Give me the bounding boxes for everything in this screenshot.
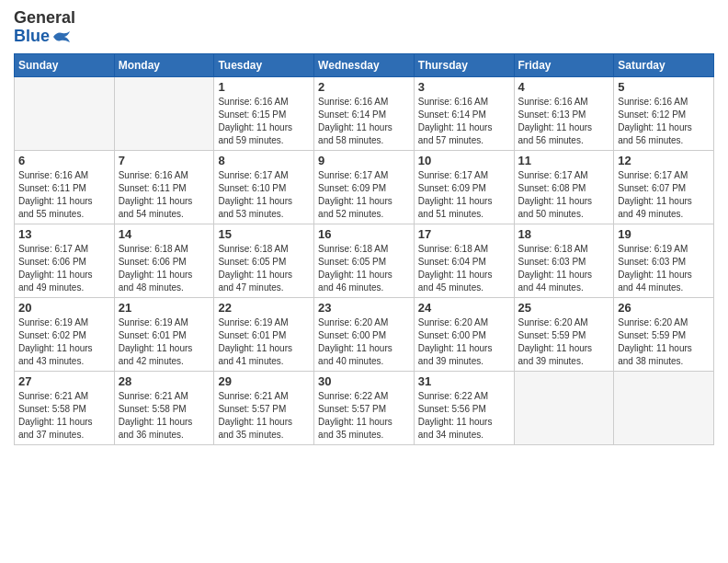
page-header: General Blue: [14, 9, 714, 46]
day-number: 9: [318, 154, 410, 167]
day-number: 18: [518, 227, 610, 241]
header-day-sunday: Sunday: [15, 53, 115, 76]
day-info: Sunrise: 6:17 AMSunset: 6:08 PMDaylight:…: [518, 169, 610, 221]
day-number: 16: [318, 227, 410, 241]
day-info: Sunrise: 6:19 AMSunset: 6:02 PMDaylight:…: [18, 316, 110, 368]
day-info: Sunrise: 6:18 AMSunset: 6:06 PMDaylight:…: [119, 243, 210, 294]
day-number: 19: [618, 227, 710, 241]
day-number: 11: [518, 154, 610, 167]
calendar-cell: 28Sunrise: 6:21 AMSunset: 5:58 PMDayligh…: [114, 371, 214, 444]
logo: General Blue: [14, 9, 75, 46]
calendar-cell: 12Sunrise: 6:17 AMSunset: 6:07 PMDayligh…: [614, 150, 714, 224]
calendar-cell: 24Sunrise: 6:20 AMSunset: 6:00 PMDayligh…: [414, 297, 514, 371]
logo-blue-text: Blue: [14, 28, 50, 46]
calendar-cell: 11Sunrise: 6:17 AMSunset: 6:08 PMDayligh…: [514, 150, 614, 224]
day-number: 4: [518, 80, 610, 94]
day-info: Sunrise: 6:16 AMSunset: 6:11 PMDaylight:…: [119, 169, 210, 221]
calendar-cell: 15Sunrise: 6:18 AMSunset: 6:05 PMDayligh…: [214, 224, 314, 297]
day-number: 14: [119, 227, 210, 241]
calendar-cell: 26Sunrise: 6:20 AMSunset: 5:59 PMDayligh…: [614, 297, 714, 371]
day-info: Sunrise: 6:17 AMSunset: 6:09 PMDaylight:…: [318, 169, 410, 221]
header-day-friday: Friday: [514, 53, 614, 76]
calendar-cell: [114, 76, 214, 150]
calendar-cell: 2Sunrise: 6:16 AMSunset: 6:14 PMDaylight…: [314, 76, 415, 150]
day-number: 5: [618, 80, 710, 94]
day-number: 30: [318, 374, 410, 388]
calendar-cell: [514, 371, 614, 444]
calendar-header-row: SundayMondayTuesdayWednesdayThursdayFrid…: [15, 53, 714, 76]
calendar-table: SundayMondayTuesdayWednesdayThursdayFrid…: [14, 53, 714, 445]
calendar-cell: 25Sunrise: 6:20 AMSunset: 5:59 PMDayligh…: [514, 297, 614, 371]
day-info: Sunrise: 6:16 AMSunset: 6:14 PMDaylight:…: [318, 96, 410, 147]
day-info: Sunrise: 6:17 AMSunset: 6:10 PMDaylight:…: [218, 169, 310, 221]
day-number: 2: [318, 80, 410, 94]
calendar-cell: 19Sunrise: 6:19 AMSunset: 6:03 PMDayligh…: [614, 224, 714, 297]
calendar-cell: 3Sunrise: 6:16 AMSunset: 6:14 PMDaylight…: [414, 76, 514, 150]
week-row-1: 1Sunrise: 6:16 AMSunset: 6:15 PMDaylight…: [15, 76, 714, 150]
header-day-wednesday: Wednesday: [314, 53, 415, 76]
calendar-cell: 5Sunrise: 6:16 AMSunset: 6:12 PMDaylight…: [614, 76, 714, 150]
day-number: 8: [218, 154, 310, 167]
week-row-4: 20Sunrise: 6:19 AMSunset: 6:02 PMDayligh…: [15, 297, 714, 371]
day-number: 17: [418, 227, 510, 241]
calendar-cell: 16Sunrise: 6:18 AMSunset: 6:05 PMDayligh…: [314, 224, 415, 297]
calendar-cell: 4Sunrise: 6:16 AMSunset: 6:13 PMDaylight…: [514, 76, 614, 150]
day-number: 15: [218, 227, 310, 241]
day-number: 6: [18, 154, 110, 167]
calendar-cell: 13Sunrise: 6:17 AMSunset: 6:06 PMDayligh…: [15, 224, 115, 297]
day-info: Sunrise: 6:18 AMSunset: 6:05 PMDaylight:…: [218, 243, 310, 294]
calendar-cell: 30Sunrise: 6:22 AMSunset: 5:57 PMDayligh…: [314, 371, 415, 444]
day-info: Sunrise: 6:21 AMSunset: 5:58 PMDaylight:…: [119, 390, 210, 442]
day-number: 31: [418, 374, 510, 388]
calendar-cell: 20Sunrise: 6:19 AMSunset: 6:02 PMDayligh…: [15, 297, 115, 371]
day-number: 12: [618, 154, 710, 167]
day-info: Sunrise: 6:21 AMSunset: 5:58 PMDaylight:…: [18, 390, 110, 442]
day-number: 24: [418, 301, 510, 315]
day-number: 21: [119, 301, 210, 315]
day-info: Sunrise: 6:16 AMSunset: 6:11 PMDaylight:…: [18, 169, 110, 221]
day-info: Sunrise: 6:20 AMSunset: 6:00 PMDaylight:…: [418, 316, 510, 368]
day-info: Sunrise: 6:16 AMSunset: 6:14 PMDaylight:…: [418, 96, 510, 147]
day-info: Sunrise: 6:20 AMSunset: 5:59 PMDaylight:…: [518, 316, 610, 368]
calendar-cell: 29Sunrise: 6:21 AMSunset: 5:57 PMDayligh…: [214, 371, 314, 444]
day-info: Sunrise: 6:18 AMSunset: 6:05 PMDaylight:…: [318, 243, 410, 294]
calendar-cell: 31Sunrise: 6:22 AMSunset: 5:56 PMDayligh…: [414, 371, 514, 444]
calendar-cell: 10Sunrise: 6:17 AMSunset: 6:09 PMDayligh…: [414, 150, 514, 224]
calendar-cell: 9Sunrise: 6:17 AMSunset: 6:09 PMDaylight…: [314, 150, 415, 224]
header-day-saturday: Saturday: [614, 53, 714, 76]
calendar-cell: 14Sunrise: 6:18 AMSunset: 6:06 PMDayligh…: [114, 224, 214, 297]
day-info: Sunrise: 6:16 AMSunset: 6:12 PMDaylight:…: [618, 96, 710, 147]
calendar-cell: 27Sunrise: 6:21 AMSunset: 5:58 PMDayligh…: [15, 371, 115, 444]
header-day-monday: Monday: [114, 53, 214, 76]
header-day-thursday: Thursday: [414, 53, 514, 76]
calendar-cell: 21Sunrise: 6:19 AMSunset: 6:01 PMDayligh…: [114, 297, 214, 371]
logo-bird-icon: [51, 29, 72, 44]
day-info: Sunrise: 6:18 AMSunset: 6:04 PMDaylight:…: [418, 243, 510, 294]
day-info: Sunrise: 6:17 AMSunset: 6:06 PMDaylight:…: [18, 243, 110, 294]
day-info: Sunrise: 6:18 AMSunset: 6:03 PMDaylight:…: [518, 243, 610, 294]
calendar-cell: 18Sunrise: 6:18 AMSunset: 6:03 PMDayligh…: [514, 224, 614, 297]
day-info: Sunrise: 6:17 AMSunset: 6:09 PMDaylight:…: [418, 169, 510, 221]
day-info: Sunrise: 6:19 AMSunset: 6:01 PMDaylight:…: [218, 316, 310, 368]
calendar-cell: 17Sunrise: 6:18 AMSunset: 6:04 PMDayligh…: [414, 224, 514, 297]
week-row-5: 27Sunrise: 6:21 AMSunset: 5:58 PMDayligh…: [15, 371, 714, 444]
day-number: 10: [418, 154, 510, 167]
calendar-cell: 8Sunrise: 6:17 AMSunset: 6:10 PMDaylight…: [214, 150, 314, 224]
day-number: 7: [119, 154, 210, 167]
day-info: Sunrise: 6:19 AMSunset: 6:01 PMDaylight:…: [119, 316, 210, 368]
calendar-cell: 22Sunrise: 6:19 AMSunset: 6:01 PMDayligh…: [214, 297, 314, 371]
day-number: 13: [18, 227, 110, 241]
day-number: 1: [218, 80, 310, 94]
calendar-cell: 7Sunrise: 6:16 AMSunset: 6:11 PMDaylight…: [114, 150, 214, 224]
day-info: Sunrise: 6:20 AMSunset: 5:59 PMDaylight:…: [618, 316, 710, 368]
day-info: Sunrise: 6:17 AMSunset: 6:07 PMDaylight:…: [618, 169, 710, 221]
day-number: 20: [18, 301, 110, 315]
logo-general-text: General: [14, 9, 75, 28]
day-number: 27: [18, 374, 110, 388]
day-number: 26: [618, 301, 710, 315]
day-info: Sunrise: 6:20 AMSunset: 6:00 PMDaylight:…: [318, 316, 410, 368]
day-number: 3: [418, 80, 510, 94]
day-number: 28: [119, 374, 210, 388]
calendar-cell: 1Sunrise: 6:16 AMSunset: 6:15 PMDaylight…: [214, 76, 314, 150]
day-info: Sunrise: 6:16 AMSunset: 6:15 PMDaylight:…: [218, 96, 310, 147]
